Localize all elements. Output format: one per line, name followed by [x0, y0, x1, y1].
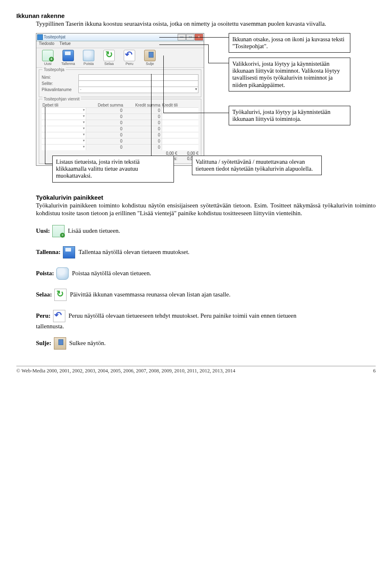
callout-detail: Valittuna / syötettävänä / muutettavana … [192, 156, 322, 176]
callout-line [45, 164, 52, 164]
input-nimi[interactable] [78, 74, 198, 81]
button-desc-selaa: Selaa: Päivittää ikkunan vasemmassa reun… [36, 289, 376, 301]
page-footer: © Web-Media 2000, 2001, 2002, 2003, 2004… [16, 366, 376, 374]
button-desc-poista: Poista: Poistaa näytöllä olevan tietueen… [36, 267, 376, 280]
copyright: © Web-Media 2000, 2001, 2002, 2003, 2004… [16, 368, 235, 374]
button-name: Peru: [36, 312, 51, 320]
grid-row[interactable]: 00 [42, 114, 198, 120]
section-heading: Työkalurivin painikkeet [36, 194, 376, 201]
col-kredit-tili: Kredit tili [161, 103, 198, 107]
group-tositepohja: Tositepohja Nimi: Selite: Pikavalintanum… [39, 69, 201, 97]
toolbar-selaa-button[interactable]: Selaa [100, 50, 118, 66]
annotated-screenshot-section: Tositepohjat — ▭ x Tiedosto Tietue Uusi … [16, 33, 376, 184]
button-name: Uusi: [36, 227, 50, 235]
door-icon [54, 337, 66, 350]
grid-row[interactable]: 00 [42, 144, 198, 150]
group-viennit: Tositepohjan viennit Debet tili Debet su… [39, 99, 201, 164]
button-desc-peru: Peru: Peruu näytöllä olevaan tietueeseen… [36, 310, 376, 322]
button-description: Lisää uuden tietueen. [68, 227, 376, 235]
label-pikavalinta: Pikavalintanume [42, 87, 78, 92]
undo-icon [124, 50, 135, 61]
label-nimi: Nimi: [42, 75, 78, 80]
callout-line [208, 63, 229, 63]
title-text: Tositepohjat [44, 35, 65, 39]
button-desc-uusi: Uusi: Lisää uuden tietueen. [36, 225, 376, 237]
callout-line [45, 107, 45, 164]
callout-titlebar: Ikkunan otsake, jossa on ikoni ja kuvass… [229, 33, 350, 53]
col-debet-tili: Debet tili [42, 103, 87, 107]
page-heading: Ikkunan rakenne [16, 12, 376, 19]
callout-line [159, 45, 208, 45]
button-name: Poista: [36, 270, 54, 278]
grid-row[interactable]: 00 [42, 120, 198, 126]
delete-icon [83, 50, 94, 61]
toolbar-sulje-label: Sulje [146, 62, 154, 66]
button-description: Poistaa näytöllä olevan tietueen. [72, 270, 376, 278]
section-paragraph: Työkalurivin painikkeen toiminto kohdist… [36, 202, 376, 218]
refresh-icon [103, 50, 115, 61]
button-desc-sulje: Sulje: Sulkee näytön. [36, 337, 376, 350]
col-kredit-summa: Kredit summa [124, 103, 161, 107]
callout-list: Listaus tietueista, josta rivin tekstiä … [52, 156, 174, 183]
menu-tietue[interactable]: Tietue [60, 41, 71, 46]
label-selite: Selite: [42, 81, 78, 86]
new-icon [52, 225, 65, 237]
app-window-screenshot: Tositepohjat — ▭ x Tiedosto Tietue Uusi … [36, 33, 204, 166]
button-description: Sulkee näytön. [69, 339, 376, 347]
grid-row[interactable]: 00 [42, 132, 198, 138]
grid-row[interactable]: 00 [42, 126, 198, 132]
button-description: Tallentaa näytöllä olevan tietueen muuto… [78, 248, 376, 256]
intro-text: Tyypillinen Taserin ikkuna koostuu seura… [36, 20, 376, 28]
page-number: 6 [373, 368, 376, 374]
callout-line [151, 74, 151, 156]
callout-toolbar: Työkalurivi, josta löytyy ja käynnistetä… [229, 106, 350, 126]
refresh-icon [54, 289, 67, 301]
toolbar-poista-button[interactable]: Poista [80, 50, 98, 66]
button-name: Selaa: [36, 291, 52, 299]
callout-line [163, 113, 229, 113]
callout-line [159, 37, 229, 38]
button-description: Peruu näytöllä olevaan tietueeseen tehdy… [69, 312, 376, 320]
undo-icon [53, 310, 65, 322]
grid-header: Debet tili Debet summa Kredit summa Kred… [42, 103, 198, 107]
input-selite[interactable] [78, 80, 198, 87]
toolbar-sulje-button[interactable]: Sulje [141, 50, 159, 66]
button-description: Päivittää ikkunan vasemmassa reunassa ol… [70, 291, 376, 299]
toolbar-uusi-button[interactable]: Uusi [39, 50, 57, 66]
totals-row: 0,00 €0,00 € [42, 151, 198, 156]
toolbar-uusi-label: Uusi [44, 62, 51, 66]
button-name: Sulje: [36, 339, 51, 347]
app-icon [37, 34, 43, 40]
callout-menubar: Valikkorivi, josta löytyy ja käynnistetä… [229, 58, 350, 92]
toolbar-poista-label: Poista [83, 62, 94, 66]
select-pikavalinta[interactable]: - [78, 87, 198, 93]
grid-row[interactable]: 00 [42, 138, 198, 144]
col-debet-summa: Debet summa [87, 103, 124, 107]
toolbar-peru-label: Peru [125, 62, 133, 66]
toolbar-tallenna-label: Tallenna [61, 62, 75, 66]
button-desc-tallenna: Tallenna: Tallentaa näytöllä olevan tiet… [36, 246, 376, 258]
toolbar-selaa-label: Selaa [104, 62, 114, 66]
menu-tiedosto[interactable]: Tiedosto [39, 41, 54, 46]
save-icon [63, 246, 75, 258]
callout-line [208, 45, 209, 63]
toolbar: Uusi Tallenna Poista Selaa Peru Sulje [36, 48, 204, 68]
toolbar-tallenna-button[interactable]: Tallenna [59, 50, 77, 66]
group-title: Tositepohja [42, 67, 66, 72]
callout-line [151, 156, 192, 156]
new-icon [42, 50, 53, 61]
delete-icon [56, 267, 69, 280]
door-icon [144, 50, 156, 61]
callout-line [163, 56, 164, 113]
toolbar-peru-button[interactable]: Peru [120, 50, 138, 66]
select-value: - [79, 87, 81, 91]
peru-continuation: tallennusta. [36, 323, 376, 330]
save-icon [62, 50, 74, 61]
button-name: Tallenna: [36, 248, 60, 256]
group-title-2: Tositepohjan viennit [42, 97, 81, 101]
